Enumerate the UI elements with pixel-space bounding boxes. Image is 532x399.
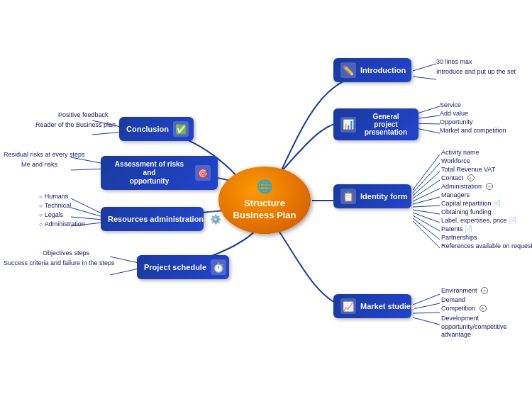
svg-line-1 xyxy=(413,77,436,79)
assessment-icon: 🎯 xyxy=(195,165,211,181)
id-leaf-6: Managers xyxy=(441,191,470,198)
asmnt-leaf-1: Residual risks at every steps xyxy=(4,151,85,158)
gen-leaf-2: Add value xyxy=(440,110,468,117)
mind-map: 🌐 Structure Business Plan ✏️ Introductio… xyxy=(0,0,532,399)
id-leaf-3: Total Revenue VAT xyxy=(441,166,495,173)
svg-line-13 xyxy=(413,210,440,214)
mkt-leaf-4: Development opportunity/competitive adva… xyxy=(441,315,519,339)
schedule-icon: ⏱️ xyxy=(211,259,226,275)
id-leaf-7: Capital repartition 📄 xyxy=(441,200,501,207)
general-icon: 📊 xyxy=(340,117,356,133)
id-leaf-12: References available on request xyxy=(441,242,532,249)
svg-line-12 xyxy=(413,206,440,207)
gen-leaf-1: Service xyxy=(440,101,461,108)
assessment-label: Assessment of risks andopportunity xyxy=(108,160,191,186)
id-leaf-4: Contact + xyxy=(441,174,475,181)
svg-line-0 xyxy=(413,64,436,71)
resources-admin-node[interactable]: Resources administration ⚙️ xyxy=(101,207,204,231)
identity-form-node[interactable]: 📋 Identity form xyxy=(333,184,411,208)
svg-line-15 xyxy=(413,215,440,231)
intro-leaf-1: 30 lines max xyxy=(436,58,472,65)
gen-leaf-3: Opportunity xyxy=(440,118,473,125)
res-leaf-3: Legals xyxy=(39,211,63,218)
svg-line-16 xyxy=(413,218,440,240)
gen-leaf-4: Market and competition xyxy=(440,127,506,134)
resources-icon: ⚙️ xyxy=(208,211,223,227)
res-leaf-4: Administration xyxy=(39,220,85,227)
market-label: Market studies xyxy=(360,302,415,310)
asmnt-leaf-2: Me and risks xyxy=(21,161,57,168)
res-leaf-2: Technical xyxy=(39,202,71,209)
svg-line-25 xyxy=(71,208,103,217)
id-leaf-5: Administration + xyxy=(441,183,493,190)
svg-line-8 xyxy=(413,172,440,196)
project-schedule-node[interactable]: Project schedule ⏱️ xyxy=(137,255,229,279)
svg-line-10 xyxy=(413,189,440,201)
svg-line-20 xyxy=(413,313,440,313)
center-node[interactable]: 🌐 Structure Business Plan xyxy=(218,167,311,234)
center-label: Structure Business Plan xyxy=(233,198,297,222)
id-leaf-1: Activity name xyxy=(441,149,480,156)
conclusion-label: Conclusion xyxy=(126,125,169,133)
id-leaf-2: Workforce xyxy=(441,157,470,164)
svg-line-17 xyxy=(413,221,440,248)
id-leaf-10: Patents 📄 xyxy=(441,225,472,232)
resources-label: Resources administration xyxy=(108,215,204,223)
project-schedule-label: Project schedule xyxy=(144,263,206,271)
identity-label: Identity form xyxy=(360,192,408,201)
svg-line-14 xyxy=(413,213,440,223)
conclusion-node[interactable]: Conclusion ✅ xyxy=(119,117,194,141)
svg-line-6 xyxy=(413,154,440,190)
mkt-leaf-1: Environment + xyxy=(441,287,488,294)
mkt-leaf-2: Demand xyxy=(441,296,465,303)
introduction-icon: ✏️ xyxy=(340,62,356,78)
identity-icon: 📋 xyxy=(340,189,356,204)
mkt-leaf-3: Competition + xyxy=(441,305,487,312)
intro-leaf-2: Introduce and put up the set xyxy=(436,68,516,75)
general-project-node[interactable]: 📊 General projectpresentation xyxy=(333,108,419,140)
id-leaf-8: Obtaining funding xyxy=(441,208,492,215)
general-label: General projectpresentation xyxy=(360,113,411,136)
svg-line-7 xyxy=(413,163,440,193)
svg-line-9 xyxy=(413,180,440,198)
svg-line-11 xyxy=(413,197,440,204)
res-leaf-1: Humans xyxy=(39,193,68,200)
introduction-node[interactable]: ✏️ Introduction xyxy=(333,58,411,82)
ps-leaf-1: Objectives steps xyxy=(43,249,89,257)
ps-leaf-2: Success criteria and failure in the step… xyxy=(4,259,115,266)
center-text: 🌐 Structure Business Plan xyxy=(233,179,297,221)
market-studies-node[interactable]: 📈 Market studies xyxy=(333,294,411,318)
svg-line-18 xyxy=(413,294,440,305)
conc-leaf-2: Reader of the Business plan xyxy=(35,121,116,128)
id-leaf-9: Label, expertises, price 📄 xyxy=(441,217,516,224)
svg-line-24 xyxy=(71,198,103,214)
svg-line-21 xyxy=(413,317,440,325)
id-leaf-11: Partnerships xyxy=(441,234,477,241)
svg-line-19 xyxy=(413,303,440,309)
conc-leaf-1: Positive feedback xyxy=(58,111,109,118)
introduction-label: Introduction xyxy=(360,66,406,74)
market-icon: 📈 xyxy=(340,298,356,314)
conclusion-icon: ✅ xyxy=(173,121,189,137)
assessment-node[interactable]: Assessment of risks andopportunity 🎯 xyxy=(101,156,218,190)
svg-line-26 xyxy=(71,217,103,220)
